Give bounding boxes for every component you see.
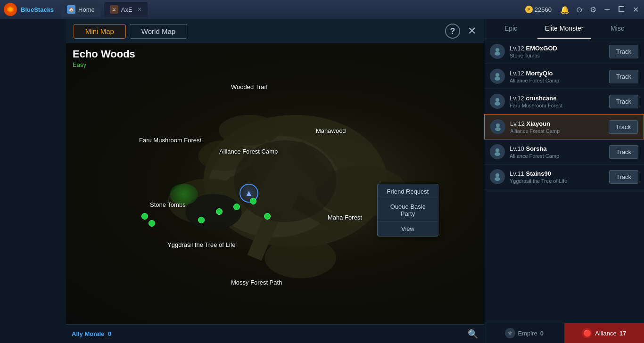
player-row-4: Lv.12 Xiayoun Alliance Forest Camp Track [484, 114, 644, 139]
circle-icon[interactable]: ⊙ [574, 5, 584, 14]
tab-elite-monster[interactable]: Elite Monster [537, 19, 591, 39]
ctx-view[interactable]: View [378, 221, 438, 236]
player-location-6: Yggdrasil the Tree of Life [510, 178, 604, 184]
green-area [170, 184, 198, 205]
player-row-3: Lv.12 crushcane Faru Mushroom Forest Tra… [484, 89, 644, 114]
difficulty-label: Easy [73, 61, 135, 68]
player-info-3: Lv.12 crushcane Faru Mushroom Forest [510, 95, 604, 108]
home-icon: 🏠 [67, 5, 75, 14]
player-location-5: Alliance Forest Camp [510, 153, 604, 159]
track-button-2[interactable]: Track [609, 70, 638, 83]
tab-home[interactable]: 🏠 Home [61, 2, 100, 17]
map-title: Echo Woods Easy [73, 48, 135, 68]
restore-icon[interactable]: ⧠ [617, 5, 626, 14]
tab-axe-label: AxE [121, 6, 132, 13]
player-arrow-icon: ▲ [245, 188, 253, 198]
svg-point-12 [495, 52, 500, 56]
main-area: Mini Map World Map ? ✕ [0, 19, 644, 343]
player-dot-2 [233, 204, 240, 210]
player-info-1: Lv.12 EMOxGOD Stone Tombs [510, 45, 604, 58]
player-name-6: Lv.11 Stains90 [510, 170, 604, 177]
category-tabs: Epic Elite Monster Misc [484, 19, 644, 39]
titlebar-right: P 22560 🔔 ⊙ ⚙ ─ ⧠ ✕ [521, 5, 640, 14]
player-avatar-3 [490, 94, 505, 109]
coin-icon: P [525, 6, 533, 13]
player-avatar-6 [490, 169, 505, 184]
empire-icon: ⚜ [505, 328, 515, 338]
tab-epic[interactable]: Epic [484, 19, 537, 39]
notification-icon[interactable]: 🔔 [560, 5, 570, 14]
tab-mini-map[interactable]: Mini Map [74, 24, 126, 39]
empire-label: Empire [518, 330, 537, 337]
svg-point-18 [495, 127, 501, 131]
player-location-3: Faru Mushroom Forest [510, 103, 604, 108]
ctx-friend-request[interactable]: Friend Request [378, 184, 438, 199]
svg-point-19 [495, 148, 499, 152]
player-dot-4 [198, 217, 205, 223]
faction-alliance[interactable]: 🔴 Alliance 17 [564, 323, 644, 343]
player-row-6: Lv.11 Stains90 Yggdrasil the Tree of Lif… [484, 164, 644, 189]
map-search-icon[interactable]: 🔍 [468, 329, 478, 339]
player-list: Lv.12 EMOxGOD Stone Tombs Track Lv.12 Mo… [484, 39, 644, 323]
player-row-5: Lv.10 Sorsha Alliance Forest Camp Track [484, 139, 644, 164]
world-map-label: World Map [141, 27, 175, 35]
track-button-4[interactable]: Track [609, 120, 638, 134]
svg-point-17 [496, 123, 500, 127]
left-sidebar [0, 19, 66, 343]
player-name-4: Lv.12 Xiayoun [510, 120, 604, 127]
player-name-3: Lv.12 crushcane [510, 95, 604, 102]
svg-point-11 [495, 48, 499, 52]
track-button-3[interactable]: Track [609, 95, 638, 108]
center-panel: Mini Map World Map ? ✕ [66, 19, 484, 343]
player-info-5: Lv.10 Sorsha Alliance Forest Camp [510, 145, 604, 159]
bluestacks-logo [4, 3, 17, 16]
map-tabs: Mini Map World Map ? ✕ [66, 19, 484, 43]
player-location-2: Alliance Forest Camp [510, 78, 604, 83]
settings-icon[interactable]: ⚙ [588, 5, 598, 14]
player-info-6: Lv.11 Stains90 Yggdrasil the Tree of Lif… [510, 170, 604, 184]
faction-empire[interactable]: ⚜ Empire 0 [484, 323, 564, 343]
tab-close-icon[interactable]: ✕ [137, 6, 142, 13]
svg-point-9 [234, 140, 336, 222]
tab-home-label: Home [78, 6, 95, 13]
ctx-queue-party[interactable]: Queue Basic Party [378, 199, 438, 221]
player-info-4: Lv.12 Xiayoun Alliance Forest Camp [510, 120, 604, 134]
player-name-1: Lv.12 EMOxGOD [510, 45, 604, 52]
player-dot-1 [216, 208, 223, 215]
svg-point-16 [495, 102, 500, 106]
title-bar: BlueStacks 🏠 Home ⚔ AxE ✕ P 22560 🔔 ⊙ ⚙ … [0, 0, 644, 19]
alliance-label: Alliance [595, 330, 617, 337]
svg-point-21 [495, 173, 499, 177]
player-dot-7 [149, 220, 155, 227]
track-button-1[interactable]: Track [609, 45, 638, 58]
map-close-button[interactable]: ✕ [468, 25, 476, 37]
tab-world-map[interactable]: World Map [130, 24, 187, 39]
mini-map-label: Mini Map [85, 27, 114, 35]
player-row-2: Lv.12 MortyQlo Alliance Forest Camp Trac… [484, 64, 644, 89]
map-container[interactable]: Echo Woods Easy Wooded Trail Faru Mushro… [66, 43, 484, 324]
coin-amount: 22560 [535, 6, 552, 13]
player-row-1: Lv.12 EMOxGOD Stone Tombs Track [484, 39, 644, 64]
track-button-6[interactable]: Track [609, 170, 638, 184]
faction-bar: ⚜ Empire 0 🔴 Alliance 17 [484, 323, 644, 343]
coin-display: P 22560 [521, 5, 555, 14]
track-button-5[interactable]: Track [609, 145, 638, 159]
tab-misc[interactable]: Misc [591, 19, 644, 39]
player-name-2: Lv.12 MortyQlo [510, 70, 604, 77]
close-icon[interactable]: ✕ [631, 5, 640, 14]
player-dot-6 [141, 213, 148, 220]
svg-point-7 [264, 237, 336, 278]
player-avatar-2 [490, 69, 505, 84]
svg-point-14 [495, 77, 500, 81]
tab-axe[interactable]: ⚔ AxE ✕ [104, 2, 148, 17]
player-avatar-1 [490, 44, 505, 59]
player-info-2: Lv.12 MortyQlo Alliance Forest Camp [510, 70, 604, 83]
map-bottom-bar: Ally Morale 0 🔍 [66, 324, 484, 343]
help-button[interactable]: ? [445, 24, 460, 39]
player-dot-5 [264, 213, 271, 220]
player-location-4: Alliance Forest Camp [510, 128, 604, 134]
empire-count: 0 [540, 330, 544, 337]
minimize-icon[interactable]: ─ [603, 5, 612, 14]
svg-point-15 [495, 98, 499, 102]
right-panel: Epic Elite Monster Misc Lv.12 EMOxGOD [484, 19, 644, 343]
